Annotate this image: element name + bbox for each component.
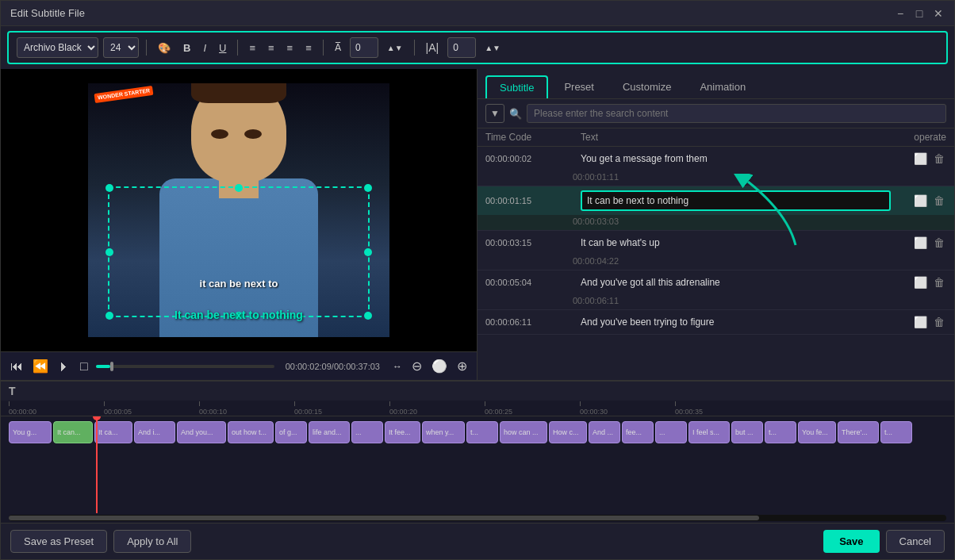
clip-18[interactable]: but ...: [731, 421, 763, 443]
timeline-header: T: [1, 382, 954, 401]
fullscreen-button[interactable]: ⚪: [430, 357, 449, 375]
underline-button[interactable]: U: [215, 37, 230, 58]
clip-4[interactable]: And you...: [177, 421, 226, 443]
window-title: Edit Subtitle File: [10, 7, 85, 19]
footer-right: Save Cancel: [823, 530, 945, 553]
clip-21[interactable]: There'...: [838, 421, 879, 443]
save-button[interactable]: Save: [823, 530, 879, 553]
clip-0[interactable]: You g...: [9, 421, 52, 443]
opacity-input[interactable]: 0: [350, 37, 378, 58]
delete-btn-3[interactable]: 🗑: [932, 235, 946, 251]
footer: Save as Preset Apply to All Save Cancel: [1, 523, 954, 559]
clip-11[interactable]: t...: [466, 421, 498, 443]
time-code-3: 00:00:03:15: [485, 238, 581, 247]
clip-9[interactable]: It fee...: [385, 421, 420, 443]
cancel-button[interactable]: Cancel: [886, 530, 945, 553]
search-input[interactable]: [527, 104, 946, 123]
skip-back-button[interactable]: ⏮: [9, 358, 25, 375]
subtitle-input-2[interactable]: [581, 190, 891, 211]
clip-12[interactable]: how can ...: [500, 421, 547, 443]
title-bar: Edit Subtitle File − □ ✕: [1, 1, 954, 26]
close-button[interactable]: ✕: [932, 7, 945, 20]
zoom-in-button[interactable]: ⊕: [455, 357, 469, 375]
font-family-select[interactable]: Archivo Black: [17, 37, 98, 58]
align-justify-button[interactable]: ≡: [301, 37, 316, 58]
clip-1[interactable]: It can...: [53, 421, 93, 443]
tab-animation[interactable]: Animation: [687, 75, 758, 98]
ruler-mark-7: 00:00:35: [675, 401, 770, 416]
split-btn-4[interactable]: ⬜: [912, 274, 929, 290]
format-toolbar: Archivo Black 24 🎨 B I U ≡ ≡ ≡ ≡ A̅ 0 ▲▼…: [7, 31, 948, 64]
subtitle-row-3[interactable]: 00:00:03:15 It can be what's up ⬜ 🗑: [477, 231, 954, 255]
align-right-button[interactable]: ≡: [283, 37, 297, 58]
maximize-button[interactable]: □: [913, 7, 926, 20]
minimize-button[interactable]: −: [894, 7, 907, 20]
subtitle-row-4[interactable]: 00:00:05:04 And you've got all this adre…: [477, 270, 954, 294]
split-btn-5[interactable]: ⬜: [912, 314, 929, 330]
clip-7[interactable]: life and...: [309, 421, 350, 443]
subtitle-row-2[interactable]: 00:00:01:15 ⬜ 🗑: [477, 186, 954, 215]
save-as-preset-button[interactable]: Save as Preset: [10, 530, 107, 553]
scrollbar-thumb[interactable]: [9, 516, 759, 520]
timeline-ruler: 00:00:00 00:00:05 00:00:10 00:00:15 00:0…: [1, 401, 954, 416]
subtitle-text-3: It can be what's up: [581, 237, 891, 248]
split-btn-3[interactable]: ⬜: [912, 235, 929, 251]
text-top-button[interactable]: A̅: [331, 37, 345, 58]
clip-20[interactable]: You fe...: [798, 421, 836, 443]
clip-3[interactable]: And i...: [134, 421, 175, 443]
progress-bar[interactable]: [96, 365, 274, 368]
subtitle-overlay-bottom: It can be next to nothing: [175, 309, 303, 321]
delete-btn-5[interactable]: 🗑: [932, 314, 946, 330]
timeline-tracks[interactable]: You g... It can... It ca... And i... And…: [1, 416, 954, 513]
search-icon: 🔍: [509, 108, 522, 120]
tab-preset[interactable]: Preset: [551, 75, 607, 98]
clip-10[interactable]: when y...: [422, 421, 465, 443]
text-spacing-icon[interactable]: |A|: [422, 37, 443, 58]
play-button[interactable]: ⏵: [56, 358, 72, 375]
subtitle-overlay-top: it can be next to: [200, 278, 278, 290]
step-back-button[interactable]: ⏪: [31, 357, 50, 375]
collapse-button[interactable]: ▼: [485, 104, 504, 123]
italic-button[interactable]: I: [199, 37, 210, 58]
tab-bar: Subtitle Preset Customize Animation: [477, 69, 954, 99]
subtitle-row-1[interactable]: 00:00:00:02 You get a message from them …: [477, 147, 954, 171]
clip-15[interactable]: fee...: [622, 421, 654, 443]
horizontal-scrollbar[interactable]: [9, 515, 946, 521]
subtitle-list: 00:00:00:02 You get a message from them …: [477, 147, 954, 380]
clip-13[interactable]: How c...: [549, 421, 587, 443]
clip-8[interactable]: ...: [351, 421, 383, 443]
clip-19[interactable]: t...: [765, 421, 796, 443]
time-code-4: 00:00:05:04: [485, 278, 581, 287]
subtitle-row-5[interactable]: 00:00:06:11 And you've been trying to fi…: [477, 310, 954, 334]
clip-16[interactable]: ...: [655, 421, 687, 443]
zoom-out-button[interactable]: ⊖: [410, 357, 424, 375]
split-btn-2[interactable]: ⬜: [912, 193, 929, 209]
font-size-select[interactable]: 24: [103, 37, 139, 58]
delete-btn-1[interactable]: 🗑: [932, 151, 946, 167]
tab-subtitle[interactable]: Subtitle: [485, 75, 548, 98]
clip-17[interactable]: I feel s...: [688, 421, 730, 443]
header-time-code: Time Code: [485, 132, 581, 143]
spacing-stepper[interactable]: ▲▼: [481, 37, 504, 58]
delete-btn-2[interactable]: 🗑: [932, 193, 946, 209]
tab-customize[interactable]: Customize: [610, 75, 684, 98]
clip-6[interactable]: of g...: [275, 421, 307, 443]
opacity-stepper[interactable]: ▲▼: [383, 37, 407, 58]
playhead[interactable]: [96, 416, 98, 513]
clip-22[interactable]: t...: [880, 421, 912, 443]
clip-2[interactable]: It ca...: [94, 421, 132, 443]
bold-button[interactable]: B: [179, 37, 194, 58]
spacing-input[interactable]: 0: [447, 37, 476, 58]
align-center-button[interactable]: ≡: [264, 37, 278, 58]
delete-btn-4[interactable]: 🗑: [932, 274, 946, 290]
split-btn-1[interactable]: ⬜: [912, 151, 929, 167]
text-style-icon[interactable]: 🎨: [154, 37, 175, 58]
frame-view-button[interactable]: □: [79, 358, 90, 375]
playback-controls: ⏮ ⏪ ⏵ □ 00:00:02:09/00:00:37:03 ↔ ⊖ ⚪ ⊕: [1, 351, 477, 380]
sep3: [323, 40, 324, 56]
align-left-button[interactable]: ≡: [245, 37, 259, 58]
apply-to-all-button[interactable]: Apply to All: [113, 530, 191, 553]
fit-button[interactable]: ↔: [391, 359, 404, 374]
clip-14[interactable]: And ...: [589, 421, 620, 443]
clip-5[interactable]: out how t...: [228, 421, 274, 443]
